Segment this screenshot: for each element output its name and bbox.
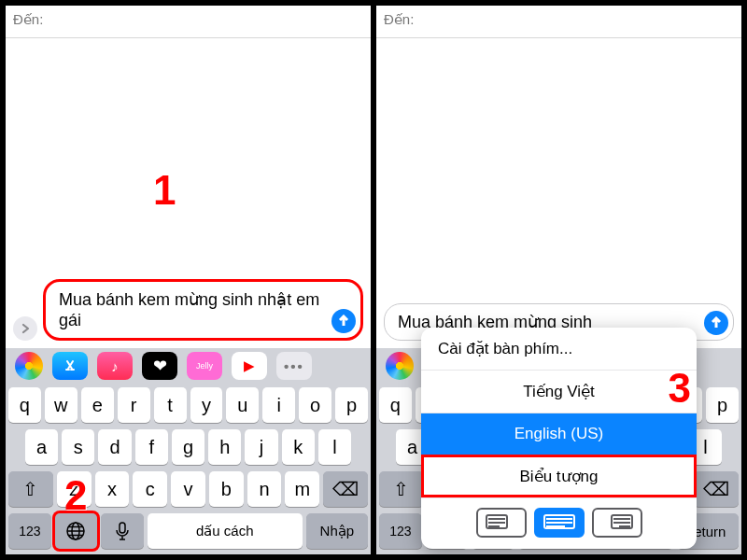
shift-key[interactable]: ⇧ <box>8 471 53 507</box>
key-b[interactable]: b <box>209 471 244 507</box>
language-option-english[interactable]: English (US) <box>421 413 697 455</box>
right-screenshot: Đến: Mua bánh kem mừng sinh ♪ ❤ Jelly ▶ … <box>374 6 741 554</box>
keyboard: q w e r t y u i o p a s d f g h j k <box>6 384 371 554</box>
key-x[interactable]: x <box>95 471 130 507</box>
key-v[interactable]: v <box>171 471 205 507</box>
key-r[interactable]: r <box>118 387 150 423</box>
key-o[interactable]: o <box>299 387 331 423</box>
return-key[interactable]: Nhập <box>306 513 368 549</box>
digital-touch-icon[interactable]: ❤ <box>142 352 177 380</box>
key-a[interactable]: a <box>25 429 58 465</box>
keyboard-settings-option[interactable]: Cài đặt bàn phím... <box>421 328 697 370</box>
youtube-app-icon[interactable]: ▶ <box>232 352 267 380</box>
shift-key[interactable]: ⇧ <box>379 471 424 507</box>
key-p[interactable]: p <box>706 387 739 423</box>
more-apps-icon[interactable]: ••• <box>276 352 312 380</box>
key-q[interactable]: q <box>379 387 412 423</box>
backspace-key[interactable]: ⌫ <box>694 471 739 507</box>
globe-key[interactable] <box>55 513 98 549</box>
key-k[interactable]: k <box>282 429 315 465</box>
keyboard-mode-right[interactable] <box>592 508 642 538</box>
key-g[interactable]: g <box>172 429 204 465</box>
language-option-vietnamese[interactable]: Tiếng Việt <box>421 370 697 413</box>
key-y[interactable]: y <box>190 387 223 423</box>
key-c[interactable]: c <box>133 471 167 507</box>
keyboard-mode-left[interactable] <box>476 508 527 538</box>
conversation-area: 1 Mua bánh kem mừng sinh nhật em gái <box>6 38 371 348</box>
key-e[interactable]: e <box>81 387 114 423</box>
language-option-emoji[interactable]: Biểu tượng <box>421 455 697 497</box>
photos-app-icon[interactable] <box>386 352 414 380</box>
microphone-icon <box>115 522 130 540</box>
to-field[interactable]: Đến: <box>376 6 741 38</box>
send-button[interactable] <box>704 311 728 335</box>
appstore-app-icon[interactable] <box>52 352 88 380</box>
key-l[interactable]: l <box>318 429 351 465</box>
photos-app-icon[interactable] <box>15 352 43 380</box>
key-j[interactable]: j <box>245 429 277 465</box>
app-strip: ♪ ❤ Jelly ▶ ••• <box>6 348 371 384</box>
music-app-icon[interactable]: ♪ <box>97 352 133 380</box>
numbers-key[interactable]: 123 <box>379 513 422 549</box>
annotation-1: 1 <box>153 167 176 214</box>
to-field[interactable]: Đến: <box>6 6 371 38</box>
svg-rect-2 <box>120 523 125 533</box>
send-button[interactable] <box>331 309 356 333</box>
key-s[interactable]: s <box>62 429 94 465</box>
conversation-area: Mua bánh kem mừng sinh <box>376 38 741 348</box>
key-d[interactable]: d <box>98 429 131 465</box>
key-n[interactable]: n <box>247 471 282 507</box>
keyboard: 3 Cài đặt bàn phím... Tiếng Việt English… <box>376 384 741 554</box>
message-input[interactable]: Mua bánh kem mừng sinh nhật em gái <box>43 279 363 341</box>
keyboard-language-picker: Cài đặt bàn phím... Tiếng Việt English (… <box>421 328 697 549</box>
numbers-key[interactable]: 123 <box>8 513 51 549</box>
key-p[interactable]: p <box>335 387 368 423</box>
keyboard-mode-full[interactable] <box>534 508 585 538</box>
dictation-key[interactable] <box>101 513 144 549</box>
key-q[interactable]: q <box>8 387 41 423</box>
key-i[interactable]: i <box>262 387 295 423</box>
key-z[interactable]: z <box>57 471 92 507</box>
message-text: Mua bánh kem mừng sinh nhật em gái <box>59 290 319 329</box>
globe-icon <box>65 521 86 541</box>
backspace-key[interactable]: ⌫ <box>323 471 368 507</box>
sticker-app-icon[interactable]: Jelly <box>187 352 222 380</box>
key-f[interactable]: f <box>135 429 168 465</box>
key-h[interactable]: h <box>208 429 241 465</box>
key-u[interactable]: u <box>226 387 259 423</box>
expand-apps-button[interactable] <box>13 316 37 341</box>
key-m[interactable]: m <box>285 471 319 507</box>
key-t[interactable]: t <box>154 387 187 423</box>
key-w[interactable]: w <box>45 387 78 423</box>
space-key[interactable]: dấu cách <box>148 513 303 549</box>
left-screenshot: Đến: 1 Mua bánh kem mừng sinh nhật em gá… <box>6 6 374 554</box>
keyboard-mode-row <box>421 497 697 549</box>
